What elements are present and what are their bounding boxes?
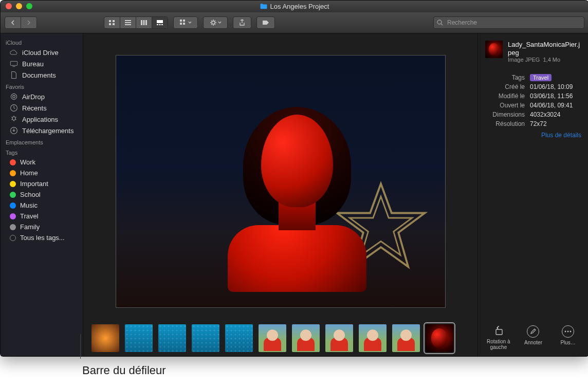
maximize-button[interactable] [26,3,32,9]
chevron-down-icon [188,21,192,24]
tag-dot-icon [10,213,16,219]
search-input[interactable] [446,19,581,27]
file-kind-size: Image JPEG 1,4 Mo [508,57,581,63]
svg-rect-13 [161,24,163,25]
meta-value: 4032x3024 [530,111,581,118]
finder-window: Los Angeles Project [0,0,588,357]
thumbnail[interactable] [225,324,253,352]
minimize-button[interactable] [16,3,22,9]
rotate-icon [493,325,504,337]
sidebar-item-downloads[interactable]: Téléchargements [1,125,83,136]
annotate-button[interactable]: Annoter [519,325,547,350]
app-icon [10,115,18,123]
tag-dot-icon [10,181,16,187]
tags-button[interactable] [256,16,275,29]
callout-label: Barre du défileur [82,364,588,377]
gear-icon [210,19,217,26]
more-actions-button[interactable]: Plus… [554,325,582,350]
tag-dot-icon [10,170,16,176]
gallery-view-button[interactable] [152,17,168,28]
thumbnail[interactable] [259,324,286,352]
tag-dot-icon [10,235,16,241]
thumbnail[interactable] [325,324,353,352]
thumbnail[interactable] [359,324,387,352]
icon-view-button[interactable] [104,17,120,28]
svg-rect-6 [125,24,131,25]
info-thumbnail [485,41,503,58]
svg-rect-10 [157,20,163,23]
filmstrip [83,319,477,357]
svg-rect-17 [183,23,185,25]
search-box[interactable] [433,16,584,29]
svg-point-32 [570,331,572,333]
cloud-icon [10,48,18,57]
more-details-link[interactable]: Plus de détails [485,132,581,139]
sidebar-tag-family[interactable]: Family [1,222,83,232]
svg-rect-5 [125,22,131,23]
search-icon [437,20,443,26]
svg-rect-15 [183,20,185,22]
meta-value: 04/06/18, 09:41 [530,102,581,109]
share-icon [239,19,245,26]
sidebar-section-icloud: iCloud [1,36,83,47]
sidebar-tag-work[interactable]: Work [1,157,83,168]
preview-image[interactable] [116,55,446,308]
svg-rect-1 [113,20,115,22]
forward-button[interactable] [21,17,36,28]
close-button[interactable] [6,3,12,9]
quick-actions: Rotation à gauche Annoter Plus… [478,320,588,357]
nav-buttons [5,16,37,29]
thumbnail[interactable] [392,324,420,352]
sidebar-tag-travel[interactable]: Travel [1,211,83,222]
sidebar-item-applications[interactable]: Applications [1,114,83,125]
desktop-icon [10,60,18,68]
thumbnail[interactable] [158,324,186,352]
toolbar [1,12,588,33]
rotate-left-button[interactable]: Rotation à gauche [484,325,513,350]
document-icon [10,71,18,79]
thumbnail[interactable] [292,324,320,352]
meta-label: Résolution [485,120,525,127]
ellipsis-icon [564,330,572,333]
meta-value: 03/06/18, 11:56 [530,93,581,100]
sidebar-item-desktop[interactable]: Bureau [1,58,83,69]
preview-area [83,33,477,319]
thumbnail[interactable] [125,324,153,352]
window-title: Los Angeles Project [1,3,588,10]
svg-rect-9 [145,20,147,25]
svg-rect-3 [113,23,115,25]
svg-point-31 [567,331,569,333]
group-button[interactable] [173,16,198,29]
sidebar-item-recents[interactable]: Récents [1,102,83,114]
sidebar-tag-home[interactable]: Home [1,168,83,178]
thumbnail[interactable] [91,324,119,352]
back-button[interactable] [5,17,21,28]
list-view-button[interactable] [120,17,136,28]
sidebar-tag-school[interactable]: School [1,189,83,200]
tag-pill[interactable]: Travel [530,74,552,81]
svg-rect-12 [159,24,161,25]
view-switcher [104,16,168,29]
sidebar-item-documents[interactable]: Documents [1,69,83,81]
airdrop-icon [10,93,18,101]
thumbnail-selected[interactable] [426,324,453,352]
svg-point-19 [437,20,442,24]
action-menu-button[interactable] [203,16,228,29]
svg-rect-2 [109,23,111,25]
sidebar-section-emplacements: Emplacements [1,136,83,146]
column-view-button[interactable] [136,17,152,28]
sidebar-tag-music[interactable]: Music [1,200,83,211]
thumbnail[interactable] [192,324,219,352]
svg-rect-21 [10,61,17,65]
svg-rect-7 [141,20,142,25]
sidebar-item-airdrop[interactable]: AirDrop [1,91,83,102]
titlebar: Los Angeles Project [1,1,588,12]
tag-dot-icon [10,202,16,209]
meta-label: Dimensions [485,111,525,118]
meta-label: Tags [485,74,525,81]
share-button[interactable] [233,16,251,29]
sidebar-tag-important[interactable]: Important [1,178,83,189]
svg-point-18 [212,21,215,24]
sidebar-item-icloud-drive[interactable]: iCloud Drive [1,47,83,58]
sidebar-all-tags[interactable]: Tous les tags... [1,232,83,243]
